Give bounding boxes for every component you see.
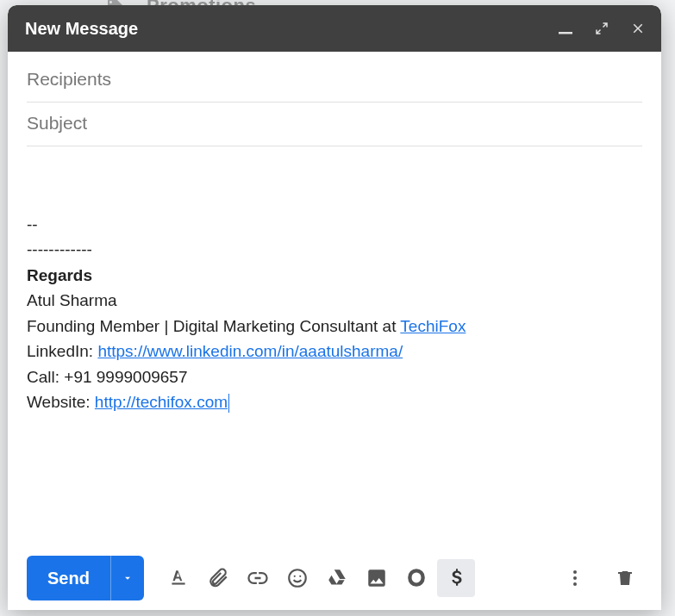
signature-name: Atul Sharma	[27, 288, 642, 313]
expand-icon[interactable]	[594, 21, 609, 36]
minimize-icon[interactable]	[558, 21, 573, 36]
compose-window: New Message Recipients Subject -- ------…	[8, 5, 661, 610]
discard-draft-button[interactable]	[606, 559, 644, 597]
svg-point-7	[573, 582, 577, 586]
confidential-mode-button[interactable]	[397, 559, 435, 597]
send-money-button[interactable]	[437, 559, 475, 597]
compose-toolbar: Send	[8, 546, 661, 610]
svg-point-6	[573, 576, 577, 580]
svg-point-2	[294, 576, 296, 577]
signature-regards: Regards	[27, 263, 642, 288]
more-options-button[interactable]	[556, 559, 594, 597]
svg-point-1	[289, 569, 306, 587]
signature-website: Website: http://techifox.com	[27, 389, 642, 414]
message-body[interactable]: -- ------------ Regards Atul Sharma Foun…	[8, 146, 661, 546]
signature-role: Founding Member | Digital Marketing Cons…	[27, 314, 642, 339]
svg-point-3	[299, 576, 301, 577]
svg-point-5	[573, 570, 577, 574]
insert-link-button[interactable]	[239, 559, 277, 597]
recipients-placeholder: Recipients	[27, 69, 111, 89]
text-cursor	[228, 394, 229, 413]
emoji-button[interactable]	[278, 559, 316, 597]
insert-image-button[interactable]	[358, 559, 396, 597]
company-link[interactable]: TechiFox	[400, 317, 466, 335]
svg-rect-0	[559, 32, 572, 34]
recipients-field[interactable]: Recipients	[27, 59, 642, 103]
website-link[interactable]: http://techifox.com	[95, 393, 228, 411]
window-title: New Message	[25, 19, 558, 39]
close-icon[interactable]	[630, 21, 646, 36]
titlebar: New Message	[8, 5, 661, 52]
drive-button[interactable]	[318, 559, 356, 597]
signature-separator-2: ------------	[27, 237, 642, 262]
attach-file-button[interactable]	[199, 559, 237, 597]
send-button[interactable]: Send	[27, 556, 110, 600]
linkedin-link[interactable]: https://www.linkedin.com/in/aaatulsharma…	[97, 342, 403, 360]
send-options-button[interactable]	[110, 556, 144, 600]
signature-linkedin: LinkedIn: https://www.linkedin.com/in/aa…	[27, 339, 642, 364]
subject-field[interactable]: Subject	[27, 103, 642, 146]
formatting-button[interactable]	[159, 559, 197, 597]
signature-separator-1: --	[27, 212, 642, 237]
signature-call: Call: +91 9999009657	[27, 364, 642, 389]
subject-placeholder: Subject	[27, 113, 87, 133]
